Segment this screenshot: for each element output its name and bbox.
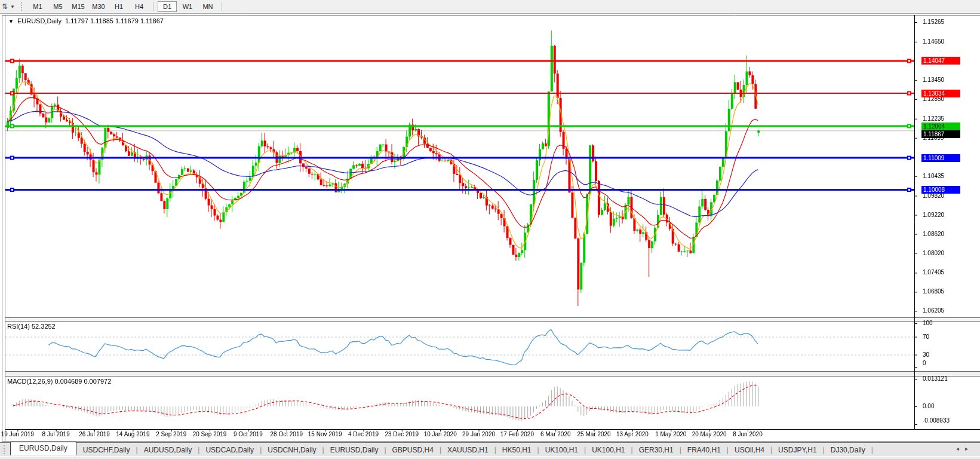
- price-axis-label: 1.15265: [923, 19, 944, 26]
- rsi-label: RSI(14) 52.3252: [7, 323, 56, 330]
- chart-tab-usdcnh-daily[interactable]: USDCNH,Daily: [260, 445, 323, 455]
- chart-tab-xauusd-h1[interactable]: XAUUSD,H1: [440, 445, 496, 455]
- status-bar: [0, 456, 980, 459]
- chart-tab-usdjpy-h1[interactable]: USDJPY,H1: [771, 445, 824, 455]
- hline-price-label: 1.14047: [921, 57, 960, 65]
- date-axis-label: 8 Jul 2019: [42, 431, 70, 437]
- chart-tab-usdchf-daily[interactable]: USDCHF,Daily: [76, 445, 137, 455]
- tabs: EURUSD,Daily|USDCHF,Daily|AUDUSD,Daily|U…: [10, 444, 872, 455]
- date-axis-label: 6 Mar 2020: [540, 431, 571, 437]
- date-axis-label: 26 Jul 2019: [79, 431, 110, 437]
- tabbar-grip: [4, 445, 7, 454]
- price-axis-label: 1.13450: [923, 76, 944, 84]
- macd-axis-label: -0.008933: [923, 417, 950, 424]
- date-axis-label: 23 Dec 2019: [385, 431, 419, 437]
- price-axis-label: 1.08620: [923, 231, 944, 238]
- rsi-value: 52.3252: [32, 323, 56, 330]
- macd-axis-label: 0.013121: [923, 375, 948, 382]
- rsi-axis-label: 100: [923, 320, 933, 327]
- price-axis-label: 1.07405: [923, 269, 944, 276]
- date-axis-label: 28 Oct 2019: [271, 431, 303, 437]
- tab-scroll-arrows: ◂▸: [956, 445, 974, 452]
- rsi-axis-label: 0: [923, 360, 926, 367]
- date-axis-label: 20 May 2020: [692, 431, 727, 437]
- date-axis-label: 8 Jun 2020: [733, 431, 763, 437]
- date-axis-label: 2 Sep 2019: [156, 431, 186, 437]
- price-axis-label: 1.12235: [923, 115, 944, 123]
- date-axis-label: 14 Aug 2019: [116, 431, 149, 437]
- date-axis-label: 17 Feb 2020: [500, 431, 534, 437]
- date-axis-label: 25 Mar 2020: [577, 431, 610, 437]
- chart-tab-eurusd-daily[interactable]: EURUSD,Daily: [10, 442, 76, 455]
- date-axis-label: 13 Apr 2020: [616, 431, 649, 437]
- price-axis-label: 1.10435: [923, 173, 944, 180]
- hline-price-label: 1.11009: [921, 154, 960, 162]
- chart-tab-usdcad-daily[interactable]: USDCAD,Daily: [198, 445, 261, 455]
- hline-price-label: 1.10008: [921, 186, 960, 194]
- macd-values: 0.004689 0.007972: [54, 378, 111, 385]
- chart-tab-ger30-h1[interactable]: GER30,H1: [632, 445, 681, 455]
- date-axis-label: 15 Nov 2019: [308, 431, 342, 437]
- chart-tab-gbpusd-h4[interactable]: GBPUSD,H4: [385, 445, 441, 455]
- chart-title-caret-icon: ▼: [8, 19, 14, 25]
- chart-tab-eurusd-daily[interactable]: EURUSD,Daily: [323, 445, 386, 455]
- hline-price-label: 1.13034: [921, 90, 960, 97]
- chart-symbol: EURUSD,Daily: [17, 17, 62, 25]
- chart-tab-uk100-h1[interactable]: UK100,H1: [538, 445, 585, 455]
- hline-price-label: 1.12004: [921, 123, 960, 130]
- chart-tab-usoil-h4[interactable]: USOil,H4: [727, 445, 772, 455]
- chart-ohlc-values: 1.11797 1.11885 1.11679 1.11867: [65, 17, 164, 25]
- tab-scroll-left-icon[interactable]: ◂: [956, 445, 965, 452]
- date-axis-label: 20 Sep 2019: [193, 431, 227, 437]
- price-axis-label: 1.14650: [923, 38, 944, 45]
- date-axis-label: 1 May 2020: [655, 431, 686, 437]
- price-axis-label: 1.09220: [923, 212, 944, 219]
- chart-tab-uk100-h1[interactable]: UK100,H1: [585, 445, 632, 455]
- date-axis-label: 29 Jan 2020: [462, 431, 495, 437]
- macd-axis-label: 0.00: [923, 403, 934, 410]
- rsi-axis-label: 70: [923, 333, 929, 341]
- macd-label: MACD(12,26,9) 0.004689 0.007972: [7, 378, 111, 385]
- tab-separator: |: [871, 446, 873, 454]
- tab-scroll-right-icon[interactable]: ▸: [965, 445, 974, 452]
- price-axis-label: 1.08020: [923, 250, 944, 257]
- chart-tab-dj30-daily[interactable]: DJ30,Daily: [824, 445, 873, 455]
- chart-tab-audusd-daily[interactable]: AUDUSD,Daily: [137, 445, 199, 455]
- chart-tab-hk50-h1[interactable]: HK50,H1: [495, 445, 539, 455]
- rsi-axis-label: 30: [923, 351, 929, 359]
- chart-title: ▼EURUSD,Daily 1.11797 1.11885 1.11679 1.…: [8, 17, 164, 25]
- date-axis-label: 10 Jan 2020: [424, 431, 457, 437]
- date-axis-label: 19 Jun 2019: [1, 431, 34, 437]
- current-price-label: 1.11867: [921, 130, 960, 138]
- price-axis-label: 1.06805: [923, 288, 944, 295]
- price-chart-canvas[interactable]: [0, 0, 980, 459]
- terminal-window: ⇅ ▼ M1M5M15M30H1H4D1W1MN ▼EURUSD,Daily 1…: [0, 0, 980, 459]
- chart-tab-bar: EURUSD,Daily|USDCHF,Daily|AUDUSD,Daily|U…: [0, 442, 980, 457]
- date-axis-label: 9 Oct 2019: [234, 431, 263, 437]
- chart-tab-fra40-h1[interactable]: FRA40,H1: [680, 445, 728, 455]
- price-axis-label: 1.06205: [923, 307, 944, 314]
- date-axis-label: 4 Dec 2019: [348, 431, 379, 437]
